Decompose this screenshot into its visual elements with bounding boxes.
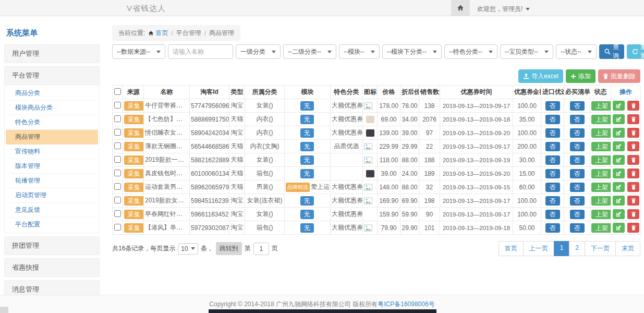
- pager-item[interactable]: 2: [569, 241, 585, 256]
- sidebar-subitem[interactable]: 轮播管理: [6, 174, 98, 188]
- pager-item[interactable]: 1: [554, 241, 570, 256]
- pager-item[interactable]: 上一页: [523, 241, 554, 256]
- import-pick-toggle[interactable]: 否: [545, 196, 560, 206]
- icp-link[interactable]: 粤ICP备16098006号: [378, 300, 434, 309]
- jump-button[interactable]: 跳转到: [216, 242, 242, 255]
- must-buy-toggle[interactable]: 否: [570, 128, 585, 138]
- sidebar-subitem[interactable]: 启动页管理: [6, 188, 98, 203]
- search-button[interactable]: 查询: [599, 44, 624, 59]
- edit-button[interactable]: [613, 101, 625, 111]
- status-button[interactable]: 上架: [591, 196, 611, 206]
- sidebar-group-users[interactable]: 用户管理: [4, 44, 100, 63]
- row-checkbox[interactable]: [114, 183, 121, 190]
- edit-button[interactable]: [613, 114, 625, 124]
- must-buy-toggle[interactable]: 否: [570, 101, 585, 111]
- edit-button[interactable]: [613, 168, 625, 178]
- status-button[interactable]: 上架: [591, 115, 611, 124]
- filter-select[interactable]: --特色分类--: [444, 44, 497, 59]
- import-pick-toggle[interactable]: 否: [545, 101, 560, 111]
- add-button[interactable]: 添加: [566, 69, 596, 83]
- status-button[interactable]: 上架: [591, 169, 611, 178]
- edit-button[interactable]: [613, 209, 625, 219]
- filter-select[interactable]: 一级分类: [236, 44, 281, 59]
- breadcrumb-level1[interactable]: 平台管理: [176, 29, 201, 38]
- must-buy-toggle[interactable]: 否: [570, 155, 585, 165]
- sidebar-subitem[interactable]: 宣传物料: [6, 145, 98, 159]
- edit-button[interactable]: [613, 196, 625, 206]
- sidebar-group-platform[interactable]: 平台管理: [4, 66, 100, 85]
- import-pick-toggle[interactable]: 否: [545, 169, 560, 178]
- sidebar-group-item[interactable]: 省惠快报: [4, 258, 100, 277]
- delete-button[interactable]: [627, 209, 639, 219]
- row-checkbox[interactable]: [114, 210, 121, 217]
- filter-select-data-source[interactable]: --数据来源--: [112, 44, 165, 59]
- page-size-select[interactable]: 10: [178, 243, 198, 255]
- status-button[interactable]: 上架: [591, 183, 611, 192]
- sidebar-subitem[interactable]: 商品分类: [6, 86, 98, 101]
- jump-page-input[interactable]: [253, 243, 269, 255]
- import-excel-button[interactable]: 导入excel: [518, 69, 563, 83]
- status-button[interactable]: 上架: [591, 223, 611, 233]
- status-button[interactable]: 上架: [591, 101, 611, 111]
- filter-select[interactable]: --宝贝类型--: [500, 44, 553, 59]
- row-checkbox[interactable]: [114, 102, 121, 109]
- row-checkbox[interactable]: [114, 115, 121, 122]
- import-pick-toggle[interactable]: 否: [545, 155, 560, 165]
- must-buy-toggle[interactable]: 否: [570, 183, 585, 192]
- name-search-input[interactable]: [168, 44, 233, 59]
- pager-item[interactable]: 首页: [499, 241, 524, 256]
- must-buy-toggle[interactable]: 否: [570, 196, 585, 206]
- delete-button[interactable]: [627, 196, 639, 206]
- pager-item[interactable]: 末页: [615, 241, 640, 256]
- select-all-checkbox[interactable]: [114, 88, 121, 95]
- edit-button[interactable]: [613, 182, 625, 192]
- row-checkbox[interactable]: [114, 142, 121, 149]
- edit-button[interactable]: [613, 128, 625, 138]
- user-menu[interactable]: 欢迎您，管理员!: [477, 5, 530, 14]
- status-button[interactable]: 上架: [591, 128, 611, 138]
- delete-button[interactable]: [627, 155, 639, 165]
- batch-delete-button[interactable]: 批量删除: [598, 69, 640, 83]
- delete-button[interactable]: [627, 182, 639, 192]
- import-pick-toggle[interactable]: 否: [545, 128, 560, 138]
- edit-button[interactable]: [613, 155, 625, 165]
- header-home-button[interactable]: [451, 0, 470, 16]
- delete-button[interactable]: [627, 141, 639, 151]
- sidebar-group-item[interactable]: 拼团管理: [4, 236, 100, 255]
- must-buy-toggle[interactable]: 否: [570, 223, 585, 233]
- breadcrumb-home-link[interactable]: 首页: [148, 29, 168, 38]
- pager-item[interactable]: 下一页: [585, 241, 616, 256]
- must-buy-toggle[interactable]: 否: [570, 210, 585, 219]
- must-buy-toggle[interactable]: 否: [570, 169, 585, 178]
- sidebar-subitem[interactable]: 模块商品分类: [6, 101, 98, 115]
- sidebar-subitem[interactable]: 平台配置: [6, 218, 98, 232]
- row-checkbox[interactable]: [114, 197, 121, 203]
- delete-button[interactable]: [627, 114, 639, 124]
- delete-button[interactable]: [627, 101, 639, 111]
- sidebar-subitem[interactable]: 意见反馈: [6, 203, 98, 218]
- delete-button[interactable]: [627, 128, 639, 138]
- row-checkbox[interactable]: [114, 170, 121, 176]
- filter-select[interactable]: --状态--: [556, 44, 597, 59]
- row-checkbox[interactable]: [114, 156, 121, 163]
- row-checkbox[interactable]: [114, 224, 121, 231]
- edit-button[interactable]: [613, 223, 625, 233]
- import-pick-toggle[interactable]: 否: [545, 142, 560, 151]
- sidebar-subitem[interactable]: 特色分类: [6, 115, 98, 130]
- delete-button[interactable]: [627, 168, 639, 178]
- import-pick-toggle[interactable]: 否: [545, 210, 560, 219]
- filter-select[interactable]: --二级分类--: [283, 44, 336, 59]
- status-button[interactable]: 上架: [591, 155, 611, 165]
- edit-button[interactable]: [613, 141, 625, 151]
- sidebar-subitem[interactable]: 商品管理: [6, 130, 98, 145]
- reset-button[interactable]: 重置: [627, 44, 644, 59]
- row-checkbox[interactable]: [114, 129, 121, 136]
- delete-button[interactable]: [627, 223, 639, 233]
- must-buy-toggle[interactable]: 否: [570, 115, 585, 124]
- must-buy-toggle[interactable]: 否: [570, 142, 585, 151]
- status-button[interactable]: 上架: [591, 210, 611, 219]
- import-pick-toggle[interactable]: 否: [545, 183, 560, 192]
- filter-select[interactable]: --模块下分类--: [382, 44, 442, 59]
- import-pick-toggle[interactable]: 否: [545, 115, 560, 124]
- sidebar-subitem[interactable]: 版本管理: [6, 159, 98, 174]
